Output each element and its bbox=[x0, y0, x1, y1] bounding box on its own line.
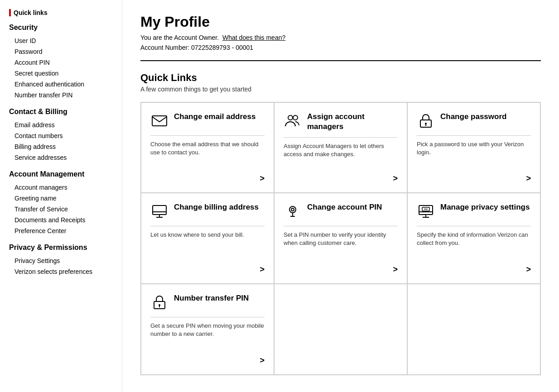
card-pin-arrow[interactable]: > bbox=[393, 265, 398, 274]
card-privacy-description: Specify the kind of information Verizon … bbox=[417, 231, 531, 260]
card-transfer-title: Number transfer PIN bbox=[174, 293, 249, 303]
card-pin-title: Change account PIN bbox=[307, 202, 382, 212]
sidebar-item-account-pin[interactable]: Account PIN bbox=[9, 57, 122, 68]
card-password-description: Pick a password to use with your Verizon… bbox=[417, 140, 531, 169]
svg-point-19 bbox=[159, 304, 160, 306]
card-assign-managers[interactable]: Assign account managers Assign Account M… bbox=[274, 102, 407, 193]
svg-point-11 bbox=[291, 208, 294, 211]
svg-rect-12 bbox=[419, 206, 433, 215]
quick-links-subtitle: A few common things to get you started bbox=[140, 86, 541, 93]
sidebar-section-account-management: Account Management Account managers Gree… bbox=[9, 170, 122, 236]
page-layout: Quick links Security User ID Password Ac… bbox=[0, 0, 559, 392]
card-email-divider bbox=[150, 135, 265, 136]
account-number: Account Number: 07225289793 - 00001 bbox=[140, 44, 541, 51]
card-transfer-arrow[interactable]: > bbox=[260, 356, 265, 365]
svg-point-2 bbox=[293, 115, 298, 120]
sidebar-item-billing-address[interactable]: Billing address bbox=[9, 141, 122, 152]
card-billing-arrow[interactable]: > bbox=[260, 265, 265, 274]
card-transfer-description: Get a secure PIN when moving your mobile… bbox=[150, 322, 265, 351]
red-bar-icon bbox=[9, 9, 11, 16]
card-billing-divider bbox=[150, 226, 265, 226]
card-privacy-header: Manage privacy settings bbox=[417, 202, 531, 220]
sidebar-item-enhanced-auth[interactable]: Enhanced authentication bbox=[9, 79, 122, 90]
card-privacy-settings[interactable]: Manage privacy settings Specify the kind… bbox=[407, 193, 540, 284]
sidebar-item-secret-question[interactable]: Secret question bbox=[9, 68, 122, 79]
card-privacy-arrow[interactable]: > bbox=[526, 265, 531, 274]
contact-billing-section-title: Contact & Billing bbox=[9, 108, 122, 116]
card-pin-header: Change account PIN bbox=[284, 202, 398, 220]
people-icon bbox=[284, 112, 302, 130]
main-divider bbox=[140, 60, 541, 61]
card-number-transfer-pin[interactable]: Number transfer PIN Get a secure PIN whe… bbox=[141, 284, 274, 375]
cards-grid-middle: Change billing address Let us know where… bbox=[140, 193, 541, 284]
main-content: My Profile You are the Account Owner. Wh… bbox=[122, 0, 559, 392]
pin-icon bbox=[284, 202, 302, 220]
card-managers-title: Assign account managers bbox=[307, 112, 398, 132]
sidebar-section-contact-billing: Contact & Billing Email address Contact … bbox=[9, 108, 122, 163]
sidebar-item-email-address[interactable]: Email address bbox=[9, 120, 122, 130]
sidebar-item-preference-center[interactable]: Preference Center bbox=[9, 225, 122, 236]
cards-grid-top: Change email address Choose the email ad… bbox=[140, 102, 541, 193]
empty-cell-1 bbox=[274, 284, 407, 375]
sidebar-item-greeting-name[interactable]: Greeting name bbox=[9, 193, 122, 204]
quick-links-label: Quick links bbox=[14, 9, 48, 16]
card-password-arrow[interactable]: > bbox=[526, 174, 531, 183]
card-managers-arrow[interactable]: > bbox=[393, 174, 398, 183]
card-billing-address[interactable]: Change billing address Let us know where… bbox=[141, 193, 274, 284]
card-pin-description: Set a PIN number to verify your identity… bbox=[284, 231, 398, 260]
sidebar-section-privacy: Privacy & Permissions Privacy Settings V… bbox=[9, 244, 122, 277]
sidebar-section-security: Security User ID Password Account PIN Se… bbox=[9, 24, 122, 100]
sidebar-item-documents-receipts[interactable]: Documents and Receipts bbox=[9, 215, 122, 225]
sidebar-item-account-managers[interactable]: Account managers bbox=[9, 182, 122, 193]
card-password-title: Change password bbox=[440, 112, 506, 122]
sidebar-item-verizon-selects[interactable]: Verizon selects preferences bbox=[9, 266, 122, 277]
privacy-section-title: Privacy & Permissions bbox=[9, 244, 122, 252]
svg-point-10 bbox=[289, 206, 296, 213]
svg-point-1 bbox=[288, 115, 293, 120]
sidebar: Quick links Security User ID Password Ac… bbox=[0, 0, 122, 392]
privacy-icon bbox=[417, 202, 435, 220]
card-password-divider bbox=[417, 135, 531, 136]
card-email-arrow[interactable]: > bbox=[260, 174, 265, 183]
sidebar-item-contact-numbers[interactable]: Contact numbers bbox=[9, 130, 122, 141]
sidebar-item-number-transfer-pin[interactable]: Number transfer PIN bbox=[9, 90, 122, 100]
card-change-email[interactable]: Change email address Choose the email ad… bbox=[141, 102, 274, 193]
sidebar-item-transfer-of-service[interactable]: Transfer of Service bbox=[9, 204, 122, 215]
svg-rect-0 bbox=[152, 116, 167, 126]
lock-icon bbox=[417, 112, 435, 130]
sidebar-item-privacy-settings[interactable]: Privacy Settings bbox=[9, 255, 122, 266]
card-billing-title: Change billing address bbox=[174, 202, 259, 212]
monitor-icon bbox=[150, 202, 169, 220]
account-owner-text: You are the Account Owner. What does thi… bbox=[140, 34, 541, 41]
card-billing-description: Let us know where to send your bill. bbox=[150, 231, 265, 260]
page-title: My Profile bbox=[140, 14, 541, 30]
card-managers-divider bbox=[284, 137, 398, 138]
security-section-title: Security bbox=[9, 24, 122, 32]
svg-point-4 bbox=[425, 123, 427, 124]
card-privacy-title: Manage privacy settings bbox=[440, 202, 530, 212]
card-transfer-header: Number transfer PIN bbox=[150, 293, 265, 311]
card-change-password[interactable]: Change password Pick a password to use w… bbox=[407, 102, 540, 193]
card-password-header: Change password bbox=[417, 112, 531, 130]
account-management-section-title: Account Management bbox=[9, 170, 122, 178]
sidebar-item-userid[interactable]: User ID bbox=[9, 35, 122, 46]
account-owner-link[interactable]: What does this mean? bbox=[222, 34, 285, 41]
sidebar-item-password[interactable]: Password bbox=[9, 46, 122, 57]
cards-grid-bottom: Number transfer PIN Get a secure PIN whe… bbox=[140, 284, 541, 375]
quick-links-header: Quick links bbox=[9, 9, 122, 16]
svg-rect-6 bbox=[153, 206, 166, 215]
sidebar-item-service-addresses[interactable]: Service addresses bbox=[9, 152, 122, 163]
card-transfer-divider bbox=[150, 317, 265, 317]
card-account-pin[interactable]: Change account PIN Set a PIN number to v… bbox=[274, 193, 407, 284]
card-billing-header: Change billing address bbox=[150, 202, 265, 220]
card-managers-header: Assign account managers bbox=[284, 112, 398, 132]
card-email-title: Change email address bbox=[174, 112, 255, 122]
card-privacy-divider bbox=[417, 226, 531, 226]
card-email-header: Change email address bbox=[150, 112, 265, 130]
account-owner-label: You are the Account Owner. bbox=[140, 34, 219, 41]
card-managers-description: Assign Account Managers to let others ac… bbox=[284, 142, 398, 169]
empty-cell-2 bbox=[407, 284, 540, 375]
lock2-icon bbox=[150, 293, 169, 311]
card-pin-divider bbox=[284, 226, 398, 226]
card-email-description: Choose the email address that we should … bbox=[150, 140, 265, 169]
